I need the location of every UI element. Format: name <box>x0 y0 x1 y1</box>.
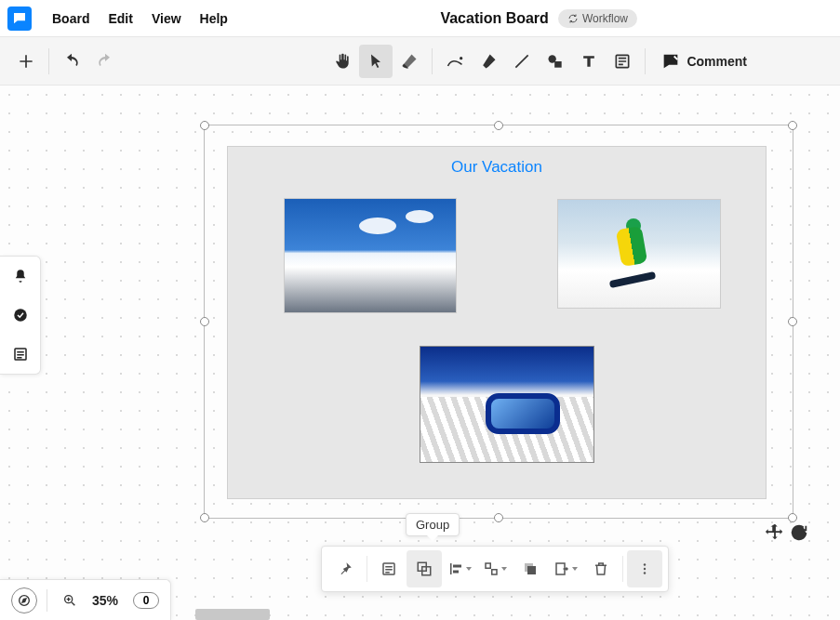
list-icon <box>380 561 397 577</box>
shape-tool[interactable] <box>539 45 572 78</box>
workflow-pill[interactable]: Workflow <box>558 9 637 28</box>
caret-icon <box>466 567 472 571</box>
line-tool[interactable] <box>505 45 539 78</box>
workflow-label: Workflow <box>582 12 628 25</box>
add-button[interactable] <box>9 45 43 78</box>
ctx-bring-front[interactable] <box>513 550 548 587</box>
more-icon <box>636 561 653 577</box>
comment-icon <box>660 51 681 72</box>
svg-point-13 <box>644 568 646 570</box>
hand-tool[interactable] <box>326 45 359 78</box>
pointer-icon <box>367 52 385 71</box>
horizontal-scrollbar[interactable] <box>195 609 270 620</box>
context-toolbar <box>321 546 669 592</box>
menu-edit[interactable]: Edit <box>99 6 141 32</box>
pin-icon <box>337 561 353 577</box>
side-notifications[interactable] <box>0 257 40 296</box>
move-rotate-handles[interactable] <box>765 522 809 543</box>
separator <box>432 48 433 74</box>
caret-icon <box>572 567 578 571</box>
handle-se[interactable] <box>788 513 797 522</box>
undo-icon <box>62 52 81 71</box>
svg-point-14 <box>644 572 646 574</box>
board-title[interactable]: Vacation Board <box>440 10 548 27</box>
eraser-icon <box>400 52 419 71</box>
zoom-objects[interactable]: 0 <box>133 592 159 609</box>
line-icon <box>513 52 531 71</box>
pen-tool[interactable] <box>438 45 472 78</box>
separator <box>48 48 49 74</box>
ctx-pin[interactable] <box>327 550 363 587</box>
move-icon[interactable] <box>765 522 785 543</box>
photo-snowboarder[interactable] <box>557 199 721 309</box>
rotate-icon[interactable] <box>789 522 809 543</box>
note-tool[interactable] <box>606 45 639 78</box>
svg-rect-10 <box>527 566 536 574</box>
text-tool[interactable] <box>572 45 606 78</box>
menu-board[interactable]: Board <box>43 6 99 32</box>
handle-nw[interactable] <box>200 121 209 130</box>
redo-button[interactable] <box>88 45 122 78</box>
tooltip-group: Group <box>406 513 460 536</box>
canvas[interactable]: Our Vacation Group <box>0 86 840 620</box>
ctx-align[interactable] <box>442 550 477 587</box>
side-list[interactable] <box>0 335 40 374</box>
ctx-more[interactable] <box>627 550 662 587</box>
zoom-in-icon <box>62 593 77 608</box>
separator <box>622 556 623 582</box>
side-panel <box>0 256 41 375</box>
app-logo[interactable] <box>7 7 32 31</box>
photo-mountain[interactable] <box>284 198 457 313</box>
svg-rect-7 <box>486 563 490 568</box>
handle-w[interactable] <box>200 317 209 326</box>
svg-rect-2 <box>555 61 563 68</box>
marker-tool[interactable] <box>472 45 505 78</box>
handle-n[interactable] <box>494 121 503 130</box>
handle-ne[interactable] <box>788 121 797 130</box>
text-icon <box>580 52 598 71</box>
menu-view[interactable]: View <box>142 6 191 32</box>
menu-help[interactable]: Help <box>191 6 237 32</box>
vacation-card[interactable]: Our Vacation <box>227 146 767 499</box>
caret-icon <box>501 567 507 571</box>
handle-s[interactable] <box>494 513 503 522</box>
bring-front-icon <box>522 561 539 577</box>
handle-e[interactable] <box>788 317 797 326</box>
ctx-group[interactable] <box>407 550 442 587</box>
shape-icon <box>546 52 565 71</box>
undo-button[interactable] <box>55 45 88 78</box>
list-icon <box>12 346 29 363</box>
zoom-value[interactable]: 35% <box>92 593 118 608</box>
pen-icon <box>446 52 464 71</box>
handle-sw[interactable] <box>200 513 209 522</box>
card-title: Our Vacation <box>228 147 766 182</box>
menubar: Board Edit View Help Vacation Board Work… <box>0 0 840 37</box>
ctx-delete[interactable] <box>583 550 619 587</box>
pointer-tool[interactable] <box>359 45 393 78</box>
note-icon <box>613 52 632 71</box>
photo-goggles[interactable] <box>420 346 594 463</box>
ctx-list[interactable] <box>371 550 407 587</box>
distribute-icon <box>483 561 500 577</box>
side-approve[interactable] <box>0 296 40 335</box>
align-icon <box>447 561 464 577</box>
ctx-distribute[interactable] <box>477 550 513 587</box>
zoom-in[interactable] <box>57 587 83 613</box>
workflow-icon <box>567 13 579 24</box>
svg-point-15 <box>14 309 27 322</box>
svg-point-12 <box>644 563 646 565</box>
check-circle-icon <box>12 307 29 323</box>
svg-rect-8 <box>492 570 497 574</box>
ctx-export[interactable] <box>548 550 583 587</box>
eraser-tool[interactable] <box>393 45 426 78</box>
separator <box>367 556 367 582</box>
comment-label: Comment <box>687 54 747 69</box>
compass-icon <box>17 593 32 608</box>
zoom-bar: 35% 0 <box>0 579 171 620</box>
separator <box>645 48 646 74</box>
marker-icon <box>479 52 498 71</box>
zoom-fit[interactable] <box>11 587 37 613</box>
chat-bubble-icon <box>11 10 28 27</box>
trash-icon <box>593 561 609 577</box>
comment-button[interactable]: Comment <box>651 45 756 78</box>
